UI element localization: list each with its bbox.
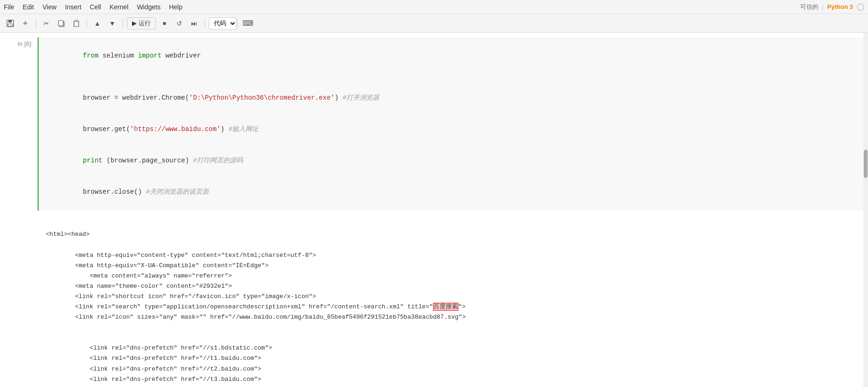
- menu-kernel[interactable]: Kernel: [110, 3, 128, 11]
- svg-rect-6: [75, 20, 78, 22]
- output-line-blank-1: [42, 219, 859, 229]
- stop-icon: ■: [162, 20, 166, 27]
- output-line-blank-3: [42, 322, 859, 333]
- output-line-11: <link rel="dns-prefetch" href="//t2.baid…: [42, 364, 859, 374]
- menu-bar: File Edit View Insert Cell Kernel Widget…: [0, 0, 868, 14]
- copy-icon: [58, 20, 65, 27]
- cell-type-select[interactable]: 代码: [209, 17, 237, 29]
- output-cell: <html><head> <meta http-equiv="content-t…: [0, 215, 863, 387]
- save-button[interactable]: [4, 17, 17, 30]
- paste-icon: [73, 20, 80, 27]
- menu-insert[interactable]: Insert: [65, 3, 81, 11]
- trusted-label: 可信的: [800, 3, 818, 11]
- toolbar-sep-1: [36, 19, 36, 28]
- add-cell-button[interactable]: +: [19, 17, 32, 30]
- output-prompt: [0, 215, 37, 387]
- output-line-9: <link rel="dns-prefetch" href="//s1.bdst…: [42, 343, 859, 353]
- output-line-5: <meta name="theme-color" content="#2932e…: [42, 281, 859, 292]
- toolbar-sep-2: [87, 19, 87, 28]
- menu-right: 可信的 | Python 3: [800, 3, 864, 11]
- output-area: <html><head> <meta http-equiv="content-t…: [0, 215, 863, 387]
- arrow-up-icon: ▲: [94, 20, 101, 27]
- keyboard-icon: ⌨: [243, 19, 253, 28]
- plus-icon: +: [23, 19, 28, 28]
- code-paren-2: ): [221, 125, 228, 133]
- fast-forward-icon: ⏭: [191, 20, 198, 27]
- output-line-10: <link rel="dns-prefetch" href="//t1.baid…: [42, 353, 859, 364]
- code-str-1: 'D:\Python\Python36\chromedriver.exe': [189, 94, 335, 102]
- svg-rect-2: [8, 24, 13, 26]
- output-line-blank-4: [42, 333, 859, 343]
- move-up-button[interactable]: ▲: [91, 17, 104, 30]
- menu-cell[interactable]: Cell: [90, 3, 101, 11]
- paste-button[interactable]: [70, 17, 83, 30]
- cut-icon: ✂: [44, 20, 49, 27]
- code-text-1: selenium: [99, 52, 138, 59]
- menu-help[interactable]: Help: [169, 3, 183, 11]
- cut-button[interactable]: ✂: [40, 17, 53, 30]
- code-line-3: browser.get('https://www.baidu.com') #输入…: [44, 114, 859, 145]
- code-cell: In [6]: from selenium import webdriver b…: [0, 37, 863, 211]
- arrow-down-icon: ▼: [109, 20, 116, 27]
- svg-rect-1: [8, 20, 12, 22]
- code-close: browser.close(): [83, 188, 146, 196]
- code-paren-1: ): [335, 94, 343, 102]
- output-line-7: <link rel="search" type="application/ope…: [42, 302, 859, 312]
- code-browser-2: browser.get(: [83, 125, 130, 133]
- code-line-5: browser.close() #关闭浏览器的该页面: [44, 176, 859, 208]
- move-down-button[interactable]: ▼: [106, 17, 119, 30]
- toolbar-sep-5: [237, 19, 237, 28]
- menu-view[interactable]: View: [43, 3, 57, 11]
- stop-button[interactable]: ■: [158, 17, 171, 30]
- output-line-3: <meta http-equiv="X-UA-Compatible" conte…: [42, 261, 859, 271]
- keyword-import: import: [138, 52, 162, 59]
- code-comment-2: #输入网址: [228, 125, 258, 133]
- restart-run-button[interactable]: ⏭: [188, 17, 201, 30]
- output-line-2: <meta http-equiv="content-type" content=…: [42, 250, 859, 261]
- code-line-1: from selenium import webdriver: [44, 40, 859, 72]
- code-line-4: print (browser.page_source) #打印网页的源码: [44, 145, 859, 176]
- code-line-2: browser = webdriver.Chrome('D:\Python\Py…: [44, 82, 859, 114]
- highlighted-text: 百度搜索: [433, 303, 458, 311]
- scrollbar-thumb[interactable]: [864, 150, 868, 178]
- notebook-area[interactable]: In [6]: from selenium import webdriver b…: [0, 33, 863, 387]
- svg-rect-5: [74, 21, 79, 27]
- main-content: In [6]: from selenium import webdriver b…: [0, 33, 868, 387]
- output-line-blank-2: [42, 240, 859, 250]
- keyboard-shortcuts-button[interactable]: ⌨: [241, 17, 254, 30]
- menu-edit[interactable]: Edit: [23, 3, 34, 11]
- output-line-12: <link rel="dns-prefetch" href="//t3.baid…: [42, 374, 859, 385]
- scrollbar[interactable]: [863, 33, 868, 387]
- python-badge: Python 3: [827, 3, 853, 10]
- output-content: <html><head> <meta http-equiv="content-t…: [37, 215, 863, 387]
- code-line-blank-1: [44, 72, 859, 82]
- code-comment-4: #关闭浏览器的该页面: [146, 188, 208, 196]
- output-line-8: <link rel="icon" sizes="any" mask="" hre…: [42, 312, 859, 322]
- output-line-4: <meta content="always" name="referrer">: [42, 271, 859, 281]
- output-line-1: <html><head>: [42, 229, 859, 240]
- output-line-6: <link rel="shortcut icon" href="/favicon…: [42, 292, 859, 302]
- menu-file[interactable]: File: [4, 3, 15, 11]
- kernel-status-icon: [857, 3, 864, 11]
- menu-widgets[interactable]: Widgets: [137, 3, 161, 11]
- code-print-content: (browser.page_source): [103, 157, 193, 164]
- menu-items: File Edit View Insert Cell Kernel Widget…: [4, 3, 183, 11]
- svg-rect-4: [59, 21, 63, 26]
- toolbar: + ✂ ▲ ▼ ▶ 运行 ■ ↺ ⏭: [0, 14, 868, 33]
- cell-prompt: In [6]:: [0, 37, 37, 211]
- run-label: 运行: [139, 19, 151, 28]
- keyword-from: from: [83, 52, 99, 59]
- code-comment-3: #打印网页的源码: [193, 157, 243, 164]
- copy-button[interactable]: [55, 17, 68, 30]
- code-browser-1: browser = webdriver.Chrome(: [83, 94, 189, 102]
- restart-button[interactable]: ↺: [173, 17, 186, 30]
- cell-input[interactable]: from selenium import webdriver browser =…: [37, 37, 863, 211]
- code-comment-1: #打开浏览器: [343, 94, 379, 102]
- restart-icon: ↺: [177, 20, 182, 27]
- toolbar-sep-3: [123, 19, 123, 28]
- code-text-2: webdriver: [162, 52, 201, 59]
- run-button[interactable]: ▶ 运行: [127, 17, 156, 29]
- toolbar-sep-4: [205, 19, 205, 28]
- save-icon: [7, 20, 14, 27]
- code-str-2: 'https://www.baidu.com': [130, 125, 221, 133]
